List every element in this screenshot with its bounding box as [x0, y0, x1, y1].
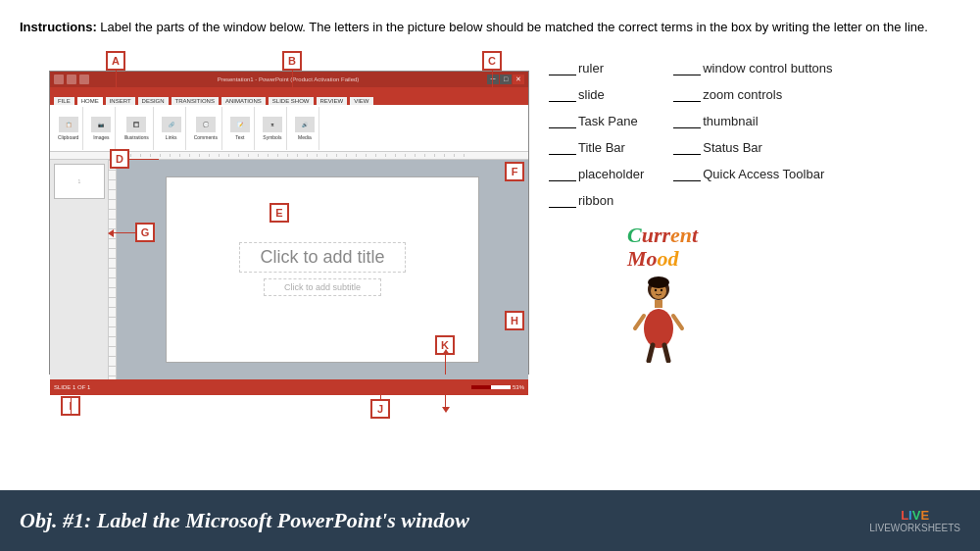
svg-line-9 [664, 345, 668, 361]
ribbon-label-5: Comments [194, 134, 218, 140]
zoom-control: 53% [471, 384, 524, 390]
slides-panel: 1 [50, 160, 109, 379]
mood-en: en [670, 223, 692, 247]
arrowhead-K-down [442, 407, 450, 413]
arrow-J-h [368, 384, 392, 385]
svg-line-6 [635, 316, 644, 328]
term-ruler: ruler [549, 61, 644, 75]
tab-transitions[interactable]: TRANSITIONS [172, 97, 219, 105]
slide-subtitle-placeholder[interactable]: Click to add subtitle [264, 278, 381, 296]
ribbon-icon-7: π [263, 117, 282, 132]
arrow-A [116, 71, 117, 92]
tab-review[interactable]: REVIEW [317, 97, 348, 105]
term-window-controls: window control buttons [673, 61, 832, 75]
label-C: C [482, 51, 502, 71]
term-line-ribbon[interactable] [549, 207, 576, 208]
tab-view[interactable]: VIEW [350, 97, 372, 105]
ribbon-icon-4: 🔗 [162, 117, 181, 132]
label-H: H [505, 311, 524, 330]
mood-current: C [627, 223, 642, 247]
term-placeholder: placeholder [549, 167, 644, 181]
ribbon-group-1: 📋 Clipboard [54, 107, 83, 150]
term-line-zoom-controls[interactable] [673, 101, 701, 102]
slide-title-placeholder[interactable]: Click to add title [239, 242, 405, 273]
term-line-slide[interactable] [549, 101, 576, 102]
term-line-window-controls[interactable] [673, 75, 701, 75]
ribbon-label-3: Illustrations [123, 134, 148, 140]
terms-area: ruler slide Task Pane Title Bar placehol… [549, 51, 960, 375]
tab-animations[interactable]: ANIMATIONS [221, 97, 266, 105]
label-D: D [110, 149, 129, 169]
arrow-K [445, 387, 446, 407]
label-A: A [106, 51, 125, 71]
mood-r: rr [654, 223, 670, 247]
ribbon-group-8: 🔊 Media [291, 107, 319, 150]
footer-italic: Obj. #1: Label the Microsoft PowerPoint'… [20, 508, 469, 532]
maximize-btn[interactable]: □ [500, 75, 512, 84]
tab-insert[interactable]: INSERT [106, 97, 135, 105]
ppt-main: 1 Click to add title Click to add subtit… [50, 160, 528, 379]
svg-line-7 [673, 316, 682, 328]
label-F: F [505, 162, 524, 181]
mood-u: u [642, 223, 654, 247]
status-bar: SLIDE 1 OF 1 53% [50, 379, 528, 395]
arrow-G [114, 232, 135, 233]
tab-slideshow[interactable]: SLIDE SHOW [269, 97, 314, 105]
tab-design[interactable]: DESIGN [138, 97, 169, 105]
arrow-D-h [129, 159, 159, 160]
terms-col-2: window control buttons zoom controls thu… [673, 61, 832, 208]
arrow-B [292, 71, 293, 92]
ribbon-icon-6: 📝 [230, 117, 250, 132]
content-area: A B C Presentation1 - PowerPo [20, 51, 960, 375]
term-line-status-bar[interactable] [673, 154, 701, 155]
live-V: V [912, 508, 921, 523]
terms-col-1: ruler slide Task Pane Title Bar placehol… [549, 61, 644, 208]
close-btn[interactable]: ✕ [513, 75, 524, 84]
ribbon-label-1: Clipboard [58, 134, 78, 140]
arrow-K2 [445, 355, 446, 375]
ppt-title: Presentation1 - PowerPoint (Product Acti… [92, 76, 484, 82]
term-zoom-controls: zoom controls [673, 87, 832, 102]
main-content: Instructions: Label the parts of the win… [0, 0, 980, 490]
instructions-text: Label the parts of the window below. The… [97, 20, 928, 34]
ribbon-tabs: FILE HOME INSERT DESIGN TRANSITIONS ANIM… [50, 87, 528, 105]
live-L: L [901, 508, 908, 523]
vertical-ruler [109, 160, 117, 379]
ribbon-icon-8: 🔊 [295, 117, 315, 132]
slide-thumb-1[interactable]: 1 [54, 164, 105, 199]
tab-home[interactable]: HOME [77, 97, 103, 105]
minimize-btn[interactable]: ─ [487, 75, 499, 84]
mood-logo: Current Mood [627, 224, 960, 271]
term-line-quick-access[interactable] [673, 180, 701, 181]
live-letters: L I V E [901, 508, 929, 523]
term-line-ruler[interactable] [549, 75, 576, 75]
tab-file[interactable]: FILE [54, 97, 74, 105]
term-title-bar: Title Bar [549, 140, 644, 155]
footer-text: Obj. #1: Label the Microsoft PowerPoint'… [20, 508, 469, 533]
ribbon-group-3: 🔲 Illustrations [120, 107, 153, 150]
footer-bar: Obj. #1: Label the Microsoft PowerPoint'… [0, 490, 980, 551]
term-ribbon: ribbon [549, 193, 644, 208]
svg-point-5 [644, 309, 673, 348]
term-line-thumbnail[interactable] [673, 127, 701, 128]
term-thumbnail: thumbnail [673, 114, 832, 128]
label-J: J [370, 399, 390, 419]
ppt-window: Presentation1 - PowerPoint (Product Acti… [49, 71, 529, 375]
term-line-title-bar[interactable] [549, 154, 576, 155]
ppt-qat: Presentation1 - PowerPoint (Product Acti… [50, 72, 528, 87]
zoom-bar-fill [471, 385, 491, 389]
term-task-pane: Task Pane [549, 114, 644, 128]
footer-right: L I V E LIVEWORKSHEETS [869, 508, 960, 533]
term-line-placeholder[interactable] [549, 180, 576, 181]
ppt-slide[interactable]: Click to add title Click to add subtitle [166, 176, 479, 363]
mood-m: Mo [627, 246, 658, 271]
svg-point-2 [655, 289, 657, 291]
arrowhead-G [108, 229, 114, 237]
arrowhead-K-up [442, 349, 450, 355]
ribbon-label-7: Symbols [263, 134, 281, 140]
term-line-task-pane[interactable] [549, 127, 576, 128]
instructions-bold: Instructions: [20, 20, 97, 34]
statusbar-right: 53% [471, 384, 524, 390]
ribbon-group-5: 💬 Comments [190, 107, 222, 150]
qat-icon-1 [54, 75, 64, 84]
